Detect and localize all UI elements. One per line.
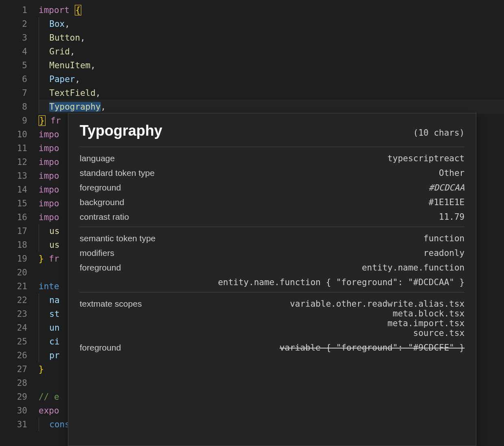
line-number: 10: [0, 128, 27, 141]
inspector-title: Typography: [80, 122, 162, 139]
token-inspector-panel: Typography (10 chars) language typescrip…: [68, 113, 476, 446]
line-number: 1: [0, 3, 27, 17]
divider: [80, 147, 465, 147]
line-number: 13: [0, 169, 27, 183]
line-number: 17: [0, 224, 27, 238]
row-textmate-foreground: foreground variable { "foreground": "#9C…: [80, 340, 465, 355]
line-number: 26: [0, 349, 27, 362]
row-contrast: contrast ratio 11.79: [80, 210, 465, 224]
line-number: 23: [0, 307, 27, 321]
line-number: 3: [0, 31, 27, 45]
code-line-3[interactable]: Button,: [39, 31, 504, 45]
row-modifiers: modifiers readonly: [80, 246, 465, 260]
line-number: 14: [0, 183, 27, 197]
divider: [80, 292, 465, 292]
line-number: 31: [0, 418, 27, 431]
scope-item: source.tsx: [413, 328, 465, 338]
code-line-8[interactable]: Typography,: [39, 100, 504, 114]
code-line-1[interactable]: import {: [39, 3, 504, 17]
code-line-7[interactable]: TextField,: [39, 86, 504, 100]
line-number: 18: [0, 238, 27, 252]
line-number: 19: [0, 252, 27, 266]
line-number: 21: [0, 279, 27, 293]
line-number: 22: [0, 293, 27, 307]
line-number: 28: [0, 376, 27, 390]
line-number: 8: [0, 100, 27, 114]
line-number: 29: [0, 390, 27, 404]
line-number: 2: [0, 17, 27, 31]
line-number: 15: [0, 197, 27, 210]
divider: [80, 227, 465, 227]
row-semantic-foreground: foreground entity.name.function: [80, 260, 465, 275]
row-foreground: foreground #DCDCAA: [80, 180, 465, 195]
row-semantic-rule: entity.name.function { "foreground": "#D…: [80, 275, 465, 290]
code-line-2[interactable]: Box,: [39, 17, 504, 31]
row-background: background #1E1E1E: [80, 195, 465, 210]
line-number: 6: [0, 72, 27, 86]
line-number: 12: [0, 155, 27, 169]
row-semantic-type: semantic token type function: [80, 231, 465, 246]
code-line-4[interactable]: Grid,: [39, 45, 504, 58]
scope-item: variable.other.readwrite.alias.tsx: [290, 299, 465, 309]
line-number: 4: [0, 45, 27, 58]
row-token-type: standard token type Other: [80, 166, 465, 180]
row-textmate-scopes: textmate scopes variable.other.readwrite…: [80, 297, 465, 340]
line-number: 27: [0, 362, 27, 376]
line-number: 9: [0, 114, 27, 128]
row-language: language typescriptreact: [80, 151, 465, 166]
inspector-char-count: (10 chars): [413, 128, 465, 138]
code-line-5[interactable]: MenuItem,: [39, 58, 504, 72]
code-line-6[interactable]: Paper,: [39, 72, 504, 86]
line-number: 16: [0, 210, 27, 224]
line-number: 20: [0, 266, 27, 279]
line-number: 5: [0, 58, 27, 72]
scope-item: meta.import.tsx: [387, 318, 465, 328]
line-number: 11: [0, 141, 27, 155]
line-number: 24: [0, 321, 27, 335]
line-number: 30: [0, 404, 27, 418]
line-gutter: 1 2 3 4 5 6 7 8 9 10 11 12 13 14 15 16 1…: [0, 0, 39, 446]
line-number: 25: [0, 335, 27, 349]
line-number: 7: [0, 86, 27, 100]
scope-item: meta.block.tsx: [393, 309, 465, 318]
